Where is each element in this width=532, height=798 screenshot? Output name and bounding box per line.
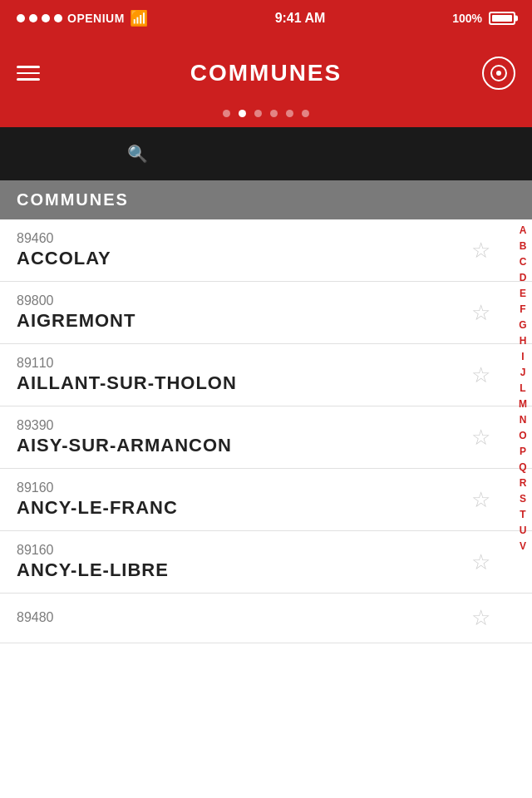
page-dot-6[interactable] bbox=[302, 110, 309, 117]
signal-dots bbox=[17, 14, 62, 22]
search-input[interactable] bbox=[156, 145, 406, 163]
alpha-letter-c[interactable]: C bbox=[520, 254, 527, 269]
item-postal-code: 89160 bbox=[17, 480, 178, 495]
list-item[interactable]: 89160ANCY-LE-LIBRE☆ bbox=[0, 531, 532, 594]
search-icon: 🔍 bbox=[127, 144, 148, 164]
battery-percent: 100% bbox=[452, 12, 482, 25]
alpha-letter-r[interactable]: R bbox=[520, 475, 527, 490]
header-title: COMMUNES bbox=[190, 60, 342, 86]
alpha-letter-v[interactable]: V bbox=[520, 539, 526, 554]
status-left: OPENIUM 📶 bbox=[17, 9, 148, 27]
status-time: 9:41 AM bbox=[275, 11, 326, 26]
section-title: COMMUNES bbox=[17, 190, 129, 209]
dot-4 bbox=[54, 14, 62, 22]
status-bar: OPENIUM 📶 9:41 AM 100% bbox=[0, 0, 532, 37]
status-right: 100% bbox=[452, 12, 515, 25]
favorite-star-icon[interactable]: ☆ bbox=[471, 605, 490, 631]
item-postal-code: 89480 bbox=[17, 610, 54, 625]
alpha-letter-j[interactable]: J bbox=[520, 365, 526, 380]
wifi-icon: 📶 bbox=[130, 9, 148, 27]
favorite-star-icon[interactable]: ☆ bbox=[471, 300, 490, 326]
list-item-content: 89160ANCY-LE-FRANC bbox=[17, 480, 178, 519]
alpha-letter-b[interactable]: B bbox=[520, 239, 527, 254]
hamburger-icon bbox=[17, 66, 40, 68]
list-item[interactable]: 89800AIGREMONT☆ bbox=[0, 282, 532, 344]
menu-button[interactable] bbox=[17, 66, 40, 81]
list-item[interactable]: 89460ACCOLAY☆ bbox=[0, 219, 532, 282]
list-item[interactable]: 89480☆ bbox=[0, 594, 532, 643]
location-icon bbox=[490, 65, 507, 81]
list-item[interactable]: 89160ANCY-LE-FRANC☆ bbox=[0, 469, 532, 531]
battery-icon bbox=[489, 12, 515, 25]
favorite-star-icon[interactable]: ☆ bbox=[471, 238, 490, 264]
alpha-letter-d[interactable]: D bbox=[520, 270, 527, 285]
dot-2 bbox=[29, 14, 37, 22]
alphabet-index: ABCDEFGHIJLMNOPQRSTUV bbox=[514, 219, 532, 557]
favorite-star-icon[interactable]: ☆ bbox=[471, 362, 490, 388]
alpha-letter-e[interactable]: E bbox=[520, 286, 526, 301]
search-bar: 🔍 bbox=[0, 127, 532, 180]
favorite-star-icon[interactable]: ☆ bbox=[471, 549, 490, 575]
communes-list: 89460ACCOLAY☆89800AIGREMONT☆89110AILLANT… bbox=[0, 219, 532, 643]
page-dot-2[interactable] bbox=[239, 110, 246, 117]
alpha-letter-q[interactable]: Q bbox=[519, 460, 526, 475]
item-postal-code: 89160 bbox=[17, 543, 169, 558]
header: COMMUNES bbox=[0, 37, 532, 110]
item-postal-code: 89390 bbox=[17, 418, 232, 433]
alpha-letter-l[interactable]: L bbox=[520, 381, 525, 396]
item-commune-name: AIGREMONT bbox=[17, 310, 135, 332]
item-postal-code: 89460 bbox=[17, 231, 111, 246]
hamburger-icon bbox=[17, 72, 40, 75]
carrier-label: OPENIUM bbox=[67, 12, 125, 25]
page-dot-1[interactable] bbox=[223, 110, 230, 117]
page-dot-3[interactable] bbox=[254, 110, 262, 117]
item-commune-name: ANCY-LE-LIBRE bbox=[17, 559, 169, 581]
alpha-letter-p[interactable]: P bbox=[520, 444, 526, 459]
favorite-star-icon[interactable]: ☆ bbox=[471, 487, 490, 513]
alpha-letter-s[interactable]: S bbox=[520, 491, 526, 506]
list-item[interactable]: 89110AILLANT-SUR-THOLON☆ bbox=[0, 344, 532, 406]
alpha-letter-m[interactable]: M bbox=[519, 397, 527, 411]
favorite-star-icon[interactable]: ☆ bbox=[471, 425, 490, 451]
page-dot-5[interactable] bbox=[286, 110, 293, 117]
item-commune-name: AISY-SUR-ARMANCON bbox=[17, 435, 232, 456]
item-commune-name: ANCY-LE-FRANC bbox=[17, 497, 178, 519]
list-item[interactable]: 89390AISY-SUR-ARMANCON☆ bbox=[0, 406, 532, 469]
list-item-content: 89800AIGREMONT bbox=[17, 293, 135, 332]
alpha-letter-a[interactable]: A bbox=[520, 223, 527, 238]
list-item-content: 89160ANCY-LE-LIBRE bbox=[17, 543, 169, 581]
page-indicators bbox=[0, 110, 532, 127]
hamburger-icon bbox=[17, 78, 40, 81]
item-commune-name: ACCOLAY bbox=[17, 248, 111, 269]
location-button[interactable] bbox=[482, 57, 515, 90]
alpha-letter-h[interactable]: H bbox=[520, 333, 527, 348]
list-item-content: 89460ACCOLAY bbox=[17, 231, 111, 269]
alpha-letter-i[interactable]: I bbox=[521, 349, 524, 364]
alpha-letter-t[interactable]: T bbox=[520, 507, 525, 522]
item-postal-code: 89800 bbox=[17, 293, 135, 308]
item-postal-code: 89110 bbox=[17, 356, 237, 371]
list-item-content: 89480 bbox=[17, 610, 54, 627]
alpha-letter-f[interactable]: F bbox=[520, 302, 525, 317]
alpha-letter-g[interactable]: G bbox=[519, 318, 526, 332]
page-dot-4[interactable] bbox=[270, 110, 278, 117]
dot-1 bbox=[17, 14, 25, 22]
section-header: COMMUNES bbox=[0, 180, 532, 219]
alpha-letter-n[interactable]: N bbox=[520, 412, 527, 427]
alpha-letter-u[interactable]: U bbox=[520, 523, 527, 538]
alpha-letter-o[interactable]: O bbox=[519, 428, 526, 443]
item-commune-name: AILLANT-SUR-THOLON bbox=[17, 372, 237, 394]
list-item-content: 89390AISY-SUR-ARMANCON bbox=[17, 418, 232, 456]
list-item-content: 89110AILLANT-SUR-THOLON bbox=[17, 356, 237, 394]
dot-3 bbox=[42, 14, 50, 22]
